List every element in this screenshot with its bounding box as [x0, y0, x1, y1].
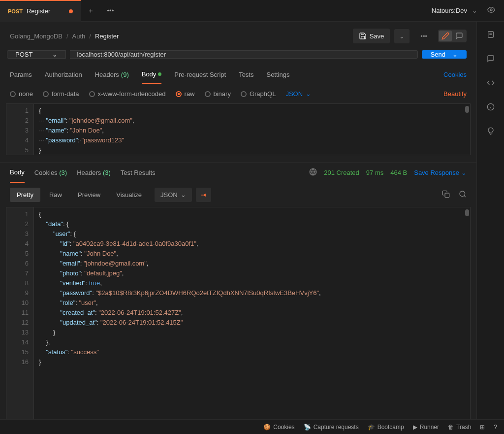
- save-button[interactable]: Save: [353, 29, 390, 43]
- footer-cookies[interactable]: 🍪Cookies: [263, 424, 294, 431]
- resp-tab-testresults[interactable]: Test Results: [121, 163, 156, 182]
- tab-body[interactable]: Body: [142, 66, 162, 84]
- request-tabs: Params Authorization Headers (9) Body Pr…: [0, 66, 476, 84]
- eye-icon[interactable]: [487, 6, 495, 15]
- tab-register[interactable]: POST Register: [0, 0, 81, 22]
- comments-icon[interactable]: [487, 55, 495, 64]
- dirty-dot-icon: [69, 9, 73, 13]
- tab-bar: POST Register ＋ ••• Natours:Dev ⌄: [0, 0, 504, 22]
- svg-rect-9: [445, 193, 449, 198]
- url-row: POST ⌄ localhost:8000/api/auth/register …: [0, 50, 476, 66]
- info-icon[interactable]: [487, 103, 495, 112]
- cookie-icon: 🍪: [263, 424, 271, 431]
- edit-mode-button[interactable]: [439, 31, 452, 41]
- response-tabs: Body Cookies (3) Headers (3) Test Result…: [0, 162, 476, 183]
- response-body-editor[interactable]: 12345678910111213141516 { "data": { "use…: [6, 207, 471, 419]
- tab-authorization[interactable]: Authorization: [45, 66, 82, 83]
- radio-urlencoded[interactable]: x-www-form-urlencoded: [89, 90, 166, 98]
- right-sidebar: [476, 22, 504, 419]
- chevron-down-icon: ⌄: [472, 7, 477, 14]
- help-icon[interactable]: ?: [494, 424, 497, 431]
- environment-selector[interactable]: Natours:Dev ⌄: [423, 6, 504, 15]
- response-view-row: Pretty Raw Preview Visualize JSON⌄ ⇥: [0, 183, 476, 207]
- breadcrumb-row: Golang_MongoDB / Auth / Register Save ⌄ …: [0, 22, 476, 50]
- beautify-button[interactable]: Beautify: [443, 90, 467, 98]
- search-icon[interactable]: [459, 190, 467, 200]
- antenna-icon: 📡: [304, 424, 311, 431]
- resp-tab-headers[interactable]: Headers (3): [77, 163, 111, 182]
- documentation-icon[interactable]: [487, 31, 495, 40]
- view-pretty[interactable]: Pretty: [10, 188, 40, 202]
- comment-mode-button[interactable]: [453, 31, 466, 41]
- view-preview[interactable]: Preview: [71, 188, 107, 202]
- globe-icon[interactable]: [309, 168, 317, 177]
- tab-prerequest[interactable]: Pre-request Script: [174, 66, 226, 83]
- svg-point-0: [490, 9, 492, 11]
- footer-trash[interactable]: 🗑Trash: [448, 424, 471, 431]
- environment-name: Natours:Dev: [432, 7, 467, 14]
- view-raw[interactable]: Raw: [42, 188, 69, 202]
- status-code: 201 Created: [324, 169, 359, 176]
- raw-format-select[interactable]: JSON⌄: [285, 90, 311, 98]
- tab-settings[interactable]: Settings: [266, 66, 289, 83]
- request-body-code: { ····"email":·"johndoe@gmail.com", ····…: [34, 104, 470, 157]
- footer-runner[interactable]: ▶Runner: [413, 424, 439, 431]
- wrap-lines-button[interactable]: ⇥: [196, 188, 211, 202]
- response-format-select[interactable]: JSON⌄: [155, 188, 192, 202]
- tab-headers[interactable]: Headers (9): [95, 66, 129, 83]
- breadcrumb-folder[interactable]: Auth: [72, 33, 86, 40]
- response-time: 97 ms: [366, 169, 383, 176]
- view-toggle: [438, 30, 467, 42]
- tab-method: POST: [8, 8, 23, 14]
- resp-tab-body[interactable]: Body: [10, 163, 25, 183]
- footer-capture[interactable]: 📡Capture requests: [304, 424, 359, 431]
- svg-line-11: [464, 196, 466, 197]
- line-gutter: 12345: [6, 104, 34, 155]
- svg-point-10: [460, 191, 465, 197]
- trash-icon: 🗑: [448, 424, 454, 431]
- code-icon[interactable]: [487, 79, 495, 88]
- tab-params[interactable]: Params: [10, 66, 32, 83]
- radio-raw[interactable]: raw: [176, 90, 195, 98]
- status-bar: 🍪Cookies 📡Capture requests 🎓Bootcamp ▶Ru…: [0, 419, 504, 434]
- active-dot-icon: [158, 72, 161, 76]
- view-visualize[interactable]: Visualize: [109, 188, 149, 202]
- radio-formdata[interactable]: form-data: [43, 90, 79, 98]
- save-icon: [359, 32, 367, 40]
- line-gutter: 12345678910111213141516: [6, 207, 34, 419]
- breadcrumb-collection[interactable]: Golang_MongoDB: [10, 33, 63, 40]
- send-button[interactable]: Send ⌄: [422, 50, 467, 59]
- graduation-icon: 🎓: [368, 424, 375, 431]
- footer-bootcamp[interactable]: 🎓Bootcamp: [368, 424, 404, 431]
- method-select[interactable]: POST ⌄: [7, 50, 66, 59]
- chevron-down-icon: ⌄: [461, 169, 467, 176]
- main-panel: Golang_MongoDB / Auth / Register Save ⌄ …: [0, 22, 476, 419]
- tab-title: Register: [27, 7, 50, 15]
- chevron-down-icon: ⌄: [52, 51, 58, 58]
- response-body-code: { "data": { "user": { "id": "a0402ca9-3e…: [34, 207, 470, 369]
- radio-binary[interactable]: binary: [205, 90, 231, 98]
- new-tab-button[interactable]: ＋: [81, 6, 100, 15]
- lightbulb-icon[interactable]: [487, 127, 495, 136]
- body-type-row: none form-data x-www-form-urlencoded raw…: [0, 84, 476, 103]
- chevron-down-icon: ⌄: [306, 90, 311, 98]
- url-input[interactable]: localhost:8000/api/auth/register: [70, 50, 417, 59]
- cookies-link[interactable]: Cookies: [443, 71, 467, 78]
- resp-tab-cookies[interactable]: Cookies (3): [34, 163, 67, 182]
- chevron-down-icon: ⌄: [181, 191, 186, 199]
- copy-icon[interactable]: [442, 190, 450, 200]
- radio-graphql[interactable]: GraphQL: [241, 90, 276, 98]
- save-dropdown[interactable]: ⌄: [394, 29, 410, 43]
- breadcrumb-request[interactable]: Register: [95, 33, 119, 40]
- chevron-down-icon: ⌄: [452, 51, 458, 58]
- tab-overflow-button[interactable]: •••: [100, 7, 120, 14]
- save-response-button[interactable]: Save Response⌄: [414, 169, 467, 176]
- scrollbar-thumb[interactable]: [465, 106, 469, 113]
- tab-tests[interactable]: Tests: [239, 66, 253, 83]
- play-icon: ▶: [413, 424, 417, 431]
- request-body-editor[interactable]: 12345 { ····"email":·"johndoe@gmail.com"…: [6, 103, 471, 155]
- scrollbar-thumb[interactable]: [465, 209, 469, 216]
- panes-icon[interactable]: ⊞: [480, 424, 485, 431]
- radio-none[interactable]: none: [10, 90, 33, 98]
- request-more-button[interactable]: •••: [413, 33, 434, 40]
